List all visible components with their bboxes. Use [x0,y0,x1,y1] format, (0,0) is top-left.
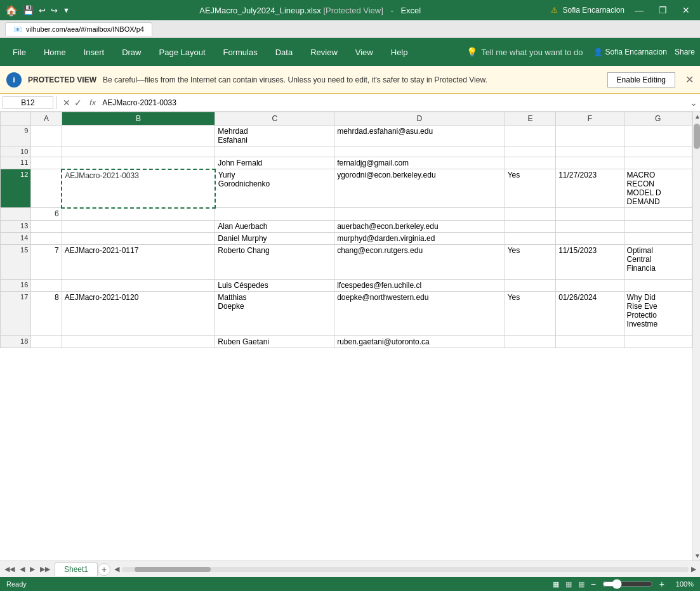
col-header-g[interactable]: G [624,112,692,126]
cell-g18[interactable] [624,336,692,348]
excel-home-icon[interactable]: 🏠 [5,4,18,16]
cell-a13[interactable] [31,221,62,233]
cell-e16[interactable] [505,280,556,292]
cell-b18[interactable] [62,336,215,348]
formula-expand-button[interactable]: ⌄ [690,98,697,108]
cell-g14[interactable] [624,233,692,245]
cell-a-6[interactable]: 6 [31,208,62,221]
cell-b-6[interactable] [62,208,215,221]
user-account-button[interactable]: 👤 Sofia Encarnacion [593,48,667,56]
sheet-prev-arrow[interactable]: ◀ [18,565,27,573]
cell-c14[interactable]: Daniel Murphy [215,233,334,245]
browser-tab[interactable]: 📧 vilhuber.com/aea/#/mailbox/INBOX/p4 [5,22,152,36]
ribbon-tab-review[interactable]: Review [303,44,345,61]
cell-b9[interactable] [62,126,215,146]
quick-access-redo[interactable]: ↪ [51,6,58,15]
cell-d10[interactable] [334,146,505,157]
cell-g10[interactable] [624,146,692,157]
ribbon-tab-home[interactable]: Home [36,44,74,61]
cell-d12[interactable]: ygorodni@econ.berkeley.edu [334,169,505,208]
cell-e9[interactable] [505,126,556,146]
cell-f-6[interactable] [556,208,624,221]
cell-f9[interactable] [556,126,624,146]
cell-a14[interactable] [31,233,62,245]
minimize-button[interactable]: — [630,4,649,16]
cell-g13[interactable] [624,221,692,233]
cell-f11[interactable] [556,157,624,169]
cell-c12[interactable]: YuriyGorodnichenko [215,169,334,208]
user-name[interactable]: Sofia Encarnacion [563,6,624,15]
scroll-left-arrow[interactable]: ◀ [114,565,119,573]
cell-b16[interactable] [62,280,215,292]
cell-d15[interactable]: chang@econ.rutgers.edu [334,245,505,280]
cell-c15[interactable]: Roberto Chang [215,245,334,280]
ribbon-tab-insert[interactable]: Insert [76,44,112,61]
confirm-formula-button[interactable]: ✓ [74,98,82,108]
zoom-slider[interactable] [602,579,653,589]
cell-c18[interactable]: Ruben Gaetani [215,336,334,348]
cell-g15[interactable]: OptimalCentralFinancia [624,245,692,280]
zoom-level[interactable]: 100% [671,580,694,588]
ribbon-tab-formulas[interactable]: Formulas [216,44,265,61]
restore-button[interactable]: ❐ [654,4,672,16]
quick-access-save[interactable]: 💾 [23,5,34,15]
cell-f12[interactable]: 11/27/2023 [556,169,624,208]
cell-reference-box[interactable] [3,96,53,109]
view-page-break-icon[interactable]: ▦ [565,580,572,588]
cell-b17[interactable]: AEJMacro-2021-0120 [62,292,215,336]
sheet-left-arrow[interactable]: ◀◀ [3,565,17,573]
cell-g17[interactable]: Why DidRise EveProtectioInvestme [624,292,692,336]
col-header-b[interactable]: B [62,112,215,126]
cell-e15[interactable]: Yes [505,245,556,280]
cell-f17[interactable]: 01/26/2024 [556,292,624,336]
ribbon-tab-help[interactable]: Help [383,44,416,61]
cell-e13[interactable] [505,221,556,233]
close-button[interactable]: ✕ [677,4,695,16]
quick-access-more[interactable]: ▼ [63,6,70,14]
cell-c13[interactable]: Alan Auerbach [215,221,334,233]
cell-g12[interactable]: MACRORECONMODEL DDEMAND [624,169,692,208]
cell-d9[interactable]: mehrdad.esfahani@asu.edu [334,126,505,146]
col-header-d[interactable]: D [334,112,505,126]
sheet-tab-sheet1[interactable]: Sheet1 [55,562,98,576]
sheet-last-arrow[interactable]: ▶▶ [38,565,52,573]
cell-d16[interactable]: lfcespedes@fen.uchile.cl [334,280,505,292]
col-header-a[interactable]: A [31,112,62,126]
cell-g-6[interactable] [624,208,692,221]
cell-d11[interactable]: fernaldjg@gmail.com [334,157,505,169]
ribbon-tab-view[interactable]: View [348,44,381,61]
scroll-up-arrow[interactable]: ▲ [693,112,700,121]
cell-g11[interactable] [624,157,692,169]
cell-a17[interactable]: 8 [31,292,62,336]
view-normal-icon[interactable]: ▦ [553,580,559,588]
cell-b10[interactable] [62,146,215,157]
vertical-scrollbar[interactable]: ▲ ▼ [692,112,700,561]
cell-b15[interactable]: AEJMacro-2021-0117 [62,245,215,280]
cell-f13[interactable] [556,221,624,233]
sheet-next-arrow[interactable]: ▶ [28,565,37,573]
scroll-thumb-v[interactable] [694,124,700,149]
cell-f15[interactable]: 11/15/2023 [556,245,624,280]
cell-g16[interactable] [624,280,692,292]
cell-c10[interactable] [215,146,334,157]
cell-e10[interactable] [505,146,556,157]
cancel-formula-button[interactable]: ✕ [63,98,70,108]
cell-c9[interactable]: MehrdadEsfahani [215,126,334,146]
cell-c11[interactable]: John Fernald [215,157,334,169]
cell-f10[interactable] [556,146,624,157]
enable-editing-button[interactable]: Enable Editing [607,72,675,88]
ribbon-search-area[interactable]: 💡 Tell me what you want to do [466,47,583,57]
zoom-out-button[interactable]: − [591,579,596,589]
col-header-f[interactable]: F [556,112,624,126]
cell-f18[interactable] [556,336,624,348]
cell-a15[interactable]: 7 [31,245,62,280]
cell-e11[interactable] [505,157,556,169]
cell-c16[interactable]: Luis Céspedes [215,280,334,292]
cell-a10[interactable] [31,146,62,157]
cell-c-6[interactable] [215,208,334,221]
cell-a11[interactable] [31,157,62,169]
cell-a18[interactable] [31,336,62,348]
scroll-right-arrow[interactable]: ▶ [691,565,696,573]
cell-a12[interactable] [31,169,62,208]
scroll-thumb-h[interactable] [135,567,211,572]
